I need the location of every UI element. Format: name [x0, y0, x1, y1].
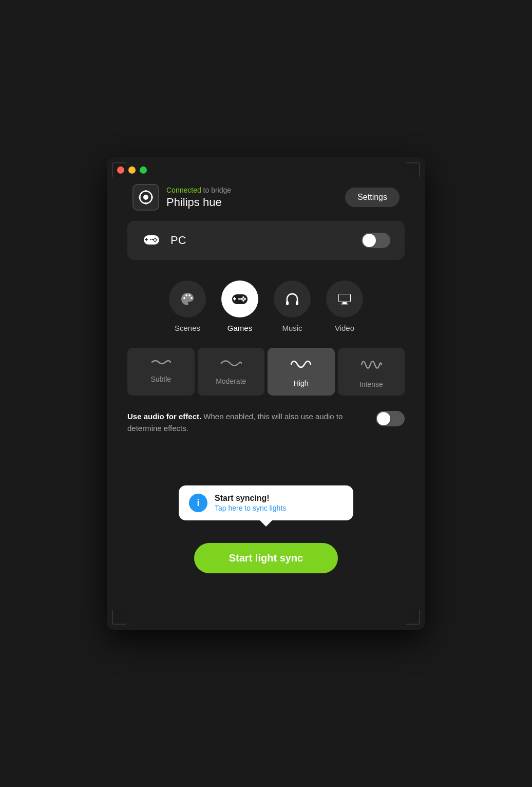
scenes-icon-circle [169, 280, 206, 317]
intensity-high[interactable]: High [268, 348, 335, 396]
intensity-intense[interactable]: Intense [338, 348, 405, 396]
audio-bold-text: Use audio for effect. [127, 412, 201, 421]
intensity-subtle[interactable]: Subtle [127, 348, 195, 396]
tooltip-subtitle[interactable]: Tap here to sync lights [215, 504, 286, 512]
svg-rect-31 [240, 298, 242, 300]
svg-point-17 [183, 297, 185, 299]
svg-point-5 [151, 196, 153, 198]
svg-point-1 [143, 195, 148, 200]
tooltip-area: i Start syncing! Tap here to sync lights [107, 485, 425, 531]
categories: Scenes Games [107, 275, 425, 348]
video-icon-circle [326, 280, 363, 317]
svg-point-19 [188, 294, 191, 296]
svg-point-3 [145, 202, 147, 204]
corner-decoration-tr [406, 162, 420, 177]
corner-decoration-br [406, 610, 420, 625]
tooltip-title: Start syncing! [215, 494, 286, 503]
music-label: Music [282, 324, 302, 332]
svg-rect-37 [341, 304, 348, 305]
svg-point-20 [191, 297, 193, 299]
audio-toggle-knob [377, 412, 390, 425]
svg-point-4 [139, 196, 141, 198]
intense-label: Intense [359, 380, 383, 388]
svg-point-11 [156, 239, 158, 241]
corner-decoration-bl [112, 610, 126, 625]
svg-rect-30 [238, 298, 240, 300]
svg-rect-32 [286, 301, 289, 305]
audio-row: Use audio for effect. When enabled, this… [107, 411, 425, 455]
svg-point-2 [145, 190, 147, 192]
tooltip-bubble[interactable]: i Start syncing! Tap here to sync lights [179, 485, 353, 520]
header-left: Connected to bridge Philips hue [132, 184, 231, 211]
pc-card-left: PC [142, 232, 186, 249]
high-label: High [294, 379, 309, 387]
music-icon-circle [274, 280, 311, 317]
subtle-label: Subtle [150, 375, 171, 383]
hue-bridge-icon [132, 184, 159, 211]
audio-toggle[interactable] [376, 411, 405, 426]
connection-suffix: to bridge [201, 186, 231, 194]
category-games[interactable]: Games [221, 280, 258, 332]
intense-wave-icon [360, 357, 382, 375]
connection-status: Connected to bridge [166, 185, 231, 195]
device-name: Philips hue [166, 196, 231, 209]
connected-label: Connected [166, 186, 201, 194]
moderate-wave-icon [220, 357, 242, 372]
maximize-button[interactable] [140, 166, 147, 174]
spacer [107, 455, 425, 485]
svg-point-18 [185, 294, 187, 296]
svg-rect-14 [150, 239, 151, 240]
games-icon-circle [221, 280, 258, 317]
category-scenes[interactable]: Scenes [169, 280, 206, 332]
info-icon: i [189, 494, 207, 512]
audio-text: Use audio for effect. When enabled, this… [127, 411, 366, 434]
pc-toggle[interactable] [362, 233, 390, 248]
svg-rect-33 [296, 301, 298, 305]
minimize-button[interactable] [128, 166, 136, 174]
category-music[interactable]: Music [274, 280, 311, 332]
subtle-wave-icon [150, 357, 172, 370]
app-window: Connected to bridge Philips hue Settings [107, 157, 425, 630]
svg-point-29 [242, 299, 244, 302]
settings-button[interactable]: Settings [345, 188, 400, 207]
video-label: Video [335, 324, 354, 332]
start-light-sync-button[interactable]: Start light sync [194, 543, 338, 573]
scenes-label: Scenes [175, 324, 200, 332]
svg-point-26 [242, 296, 244, 298]
svg-point-27 [244, 298, 246, 300]
toggle-knob [363, 234, 376, 247]
intensity-row: Subtle Moderate High In [107, 348, 425, 411]
moderate-label: Moderate [216, 377, 246, 385]
gamepad-icon [142, 232, 161, 249]
high-wave-icon [290, 357, 312, 374]
games-label: Games [227, 324, 252, 332]
intensity-moderate[interactable]: Moderate [198, 348, 265, 396]
svg-rect-36 [343, 302, 347, 304]
svg-point-10 [155, 238, 156, 239]
pc-label: PC [170, 234, 186, 247]
svg-rect-25 [233, 298, 236, 299]
titlebar [107, 157, 425, 179]
header: Connected to bridge Philips hue Settings [107, 179, 425, 221]
category-video[interactable]: Video [326, 280, 363, 332]
pc-card: PC [127, 221, 405, 260]
svg-rect-35 [339, 294, 350, 302]
svg-rect-15 [152, 239, 154, 240]
header-text: Connected to bridge Philips hue [166, 185, 231, 209]
tooltip-content: Start syncing! Tap here to sync lights [215, 494, 286, 512]
start-button-area: Start light sync [107, 531, 425, 594]
svg-rect-9 [145, 239, 148, 240]
svg-point-13 [155, 241, 156, 242]
corner-decoration-tl [112, 162, 126, 177]
